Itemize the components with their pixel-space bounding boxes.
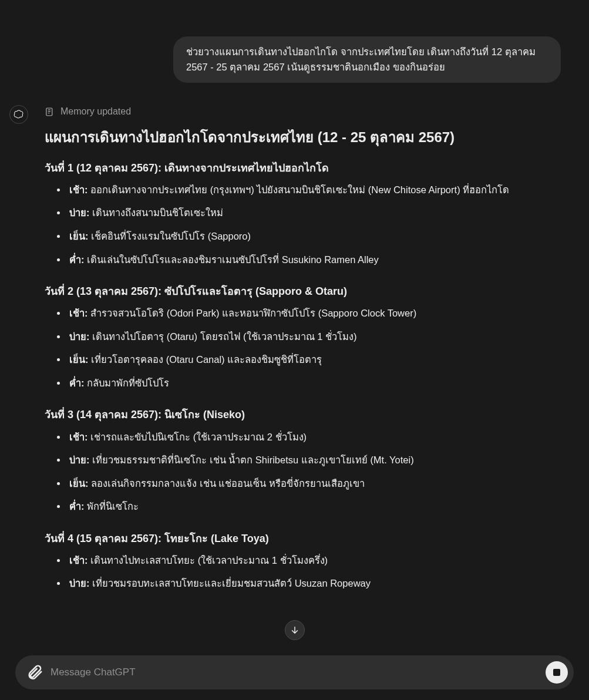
- plan-list: เช้า: ออกเดินทางจากประเทศไทย (กรุงเทพฯ) …: [45, 183, 561, 267]
- time-label: เช้า:: [69, 184, 88, 195]
- item-text: เช็คอินที่โรงแรมในซัปโปโร (Sapporo): [89, 231, 251, 241]
- composer-input[interactable]: [43, 667, 546, 678]
- time-label: ค่ำ:: [69, 501, 85, 511]
- time-label: เย็น:: [69, 478, 89, 489]
- item-text: เดินเล่นในซัปโปโรและลองชิมราเมนซัปโปโรที…: [85, 254, 379, 265]
- time-label: ค่ำ:: [69, 254, 85, 265]
- memory-icon: [45, 107, 55, 117]
- time-label: เย็น:: [69, 354, 89, 365]
- plan-title: แผนการเดินทางไปฮอกไกโดจากประเทศไทย (12 -…: [45, 127, 561, 147]
- list-item: ค่ำ: กลับมาพักที่ซัปโปโร: [67, 376, 561, 391]
- time-label: เช้า:: [69, 432, 88, 442]
- list-item: ค่ำ: เดินเล่นในซัปโปโรและลองชิมราเมนซัปโ…: [67, 253, 561, 268]
- list-item: บ่าย: เที่ยวชมรอบทะเลสาบโทยะและเยี่ยมชมส…: [67, 576, 561, 591]
- stop-generating-button[interactable]: [546, 661, 568, 684]
- item-text: เช่ารถและขับไปนิเซโกะ (ใช้เวลาประมาณ 2 ช…: [88, 432, 307, 442]
- time-label: บ่าย:: [69, 331, 90, 342]
- stop-icon: [553, 669, 560, 676]
- day-heading: วันที่ 4 (15 ตุลาคม 2567): โทยะโกะ (Lake…: [45, 531, 561, 546]
- scroll-to-bottom-button[interactable]: [285, 620, 305, 640]
- item-text: ออกเดินทางจากประเทศไทย (กรุงเทพฯ) ไปยังส…: [88, 184, 510, 195]
- item-text: กลับมาพักที่ซัปโปโร: [85, 378, 170, 388]
- list-item: เช้า: ออกเดินทางจากประเทศไทย (กรุงเทพฯ) …: [67, 183, 561, 198]
- time-label: เช้า:: [69, 555, 88, 566]
- item-text: พักที่นิเซโกะ: [85, 501, 139, 511]
- list-item: เช้า: เช่ารถและขับไปนิเซโกะ (ใช้เวลาประม…: [67, 430, 561, 445]
- list-item: เช้า: เดินทางไปทะเลสาบโทยะ (ใช้เวลาประมา…: [67, 553, 561, 568]
- item-text: ลองเล่นกิจกรรมกลางแจ้ง เช่น แช่ออนเซ็น ห…: [89, 478, 365, 489]
- time-label: บ่าย:: [69, 455, 90, 465]
- day-heading: วันที่ 2 (13 ตุลาคม 2567): ซัปโปโรและโอต…: [45, 284, 561, 299]
- attach-button[interactable]: [26, 664, 43, 681]
- item-text: เที่ยวโอตารุคลอง (Otaru Canal) และลองชิม…: [89, 354, 322, 365]
- plan-list: เช้า: เช่ารถและขับไปนิเซโกะ (ใช้เวลาประม…: [45, 430, 561, 514]
- item-text: เที่ยวชมธรรมชาติที่นิเซโกะ เช่น น้ำตก Sh…: [90, 455, 414, 465]
- assistant-avatar: [9, 105, 28, 124]
- composer: [15, 655, 574, 689]
- paperclip-icon: [26, 664, 43, 681]
- time-label: ค่ำ:: [69, 378, 85, 388]
- list-item: เย็น: เช็คอินที่โรงแรมในซัปโปโร (Sapporo…: [67, 229, 561, 244]
- item-text: เดินทางไปโอตารุ (Otaru) โดยรถไฟ (ใช้เวลา…: [90, 331, 357, 342]
- list-item: เย็น: เที่ยวโอตารุคลอง (Otaru Canal) และ…: [67, 352, 561, 368]
- openai-logo-icon: [14, 109, 24, 120]
- plan-list: เช้า: สำรวจสวนโอโดริ (Odori Park) และหอน…: [45, 306, 561, 391]
- item-text: เดินทางถึงสนามบินชิโตเซะใหม่: [90, 207, 224, 218]
- day-section: วันที่ 3 (14 ตุลาคม 2567): นิเซโกะ (Nise…: [45, 407, 561, 514]
- memory-status-text: Memory updated: [60, 106, 131, 117]
- list-item: เย็น: ลองเล่นกิจกรรมกลางแจ้ง เช่น แช่ออน…: [67, 476, 561, 492]
- list-item: บ่าย: เดินทางถึงสนามบินชิโตเซะใหม่: [67, 206, 561, 221]
- list-item: บ่าย: เดินทางไปโอตารุ (Otaru) โดยรถไฟ (ใ…: [67, 329, 561, 345]
- user-message-bubble: ช่วยวางแผนการเดินทางไปฮอกไกโด จากประเทศไ…: [173, 36, 561, 83]
- item-text: สำรวจสวนโอโดริ (Odori Park) และหอนาฬิกาซ…: [88, 308, 417, 318]
- time-label: บ่าย:: [69, 207, 90, 218]
- list-item: ค่ำ: พักที่นิเซโกะ: [67, 499, 561, 514]
- time-label: เช้า:: [69, 308, 88, 318]
- day-section: วันที่ 1 (12 ตุลาคม 2567): เดินทางจากประ…: [45, 160, 561, 267]
- memory-status-row[interactable]: Memory updated: [45, 106, 561, 117]
- day-heading: วันที่ 3 (14 ตุลาคม 2567): นิเซโกะ (Nise…: [45, 407, 561, 422]
- list-item: เช้า: สำรวจสวนโอโดริ (Odori Park) และหอน…: [67, 306, 561, 321]
- time-label: บ่าย:: [69, 578, 90, 588]
- plan-list: เช้า: เดินทางไปทะเลสาบโทยะ (ใช้เวลาประมา…: [45, 553, 561, 591]
- user-message-text: ช่วยวางแผนการเดินทางไปฮอกไกโด จากประเทศไ…: [186, 46, 536, 72]
- day-section: วันที่ 4 (15 ตุลาคม 2567): โทยะโกะ (Lake…: [45, 531, 561, 591]
- day-section: วันที่ 2 (13 ตุลาคม 2567): ซัปโปโรและโอต…: [45, 284, 561, 391]
- time-label: เย็น:: [69, 231, 89, 241]
- day-heading: วันที่ 1 (12 ตุลาคม 2567): เดินทางจากประ…: [45, 160, 561, 176]
- list-item: บ่าย: เที่ยวชมธรรมชาติที่นิเซโกะ เช่น น้…: [67, 453, 561, 468]
- arrow-down-icon: [290, 625, 300, 635]
- item-text: เดินทางไปทะเลสาบโทยะ (ใช้เวลาประมาณ 1 ชั…: [88, 555, 328, 566]
- item-text: เที่ยวชมรอบทะเลสาบโทยะและเยี่ยมชมสวนสัตว…: [90, 578, 371, 588]
